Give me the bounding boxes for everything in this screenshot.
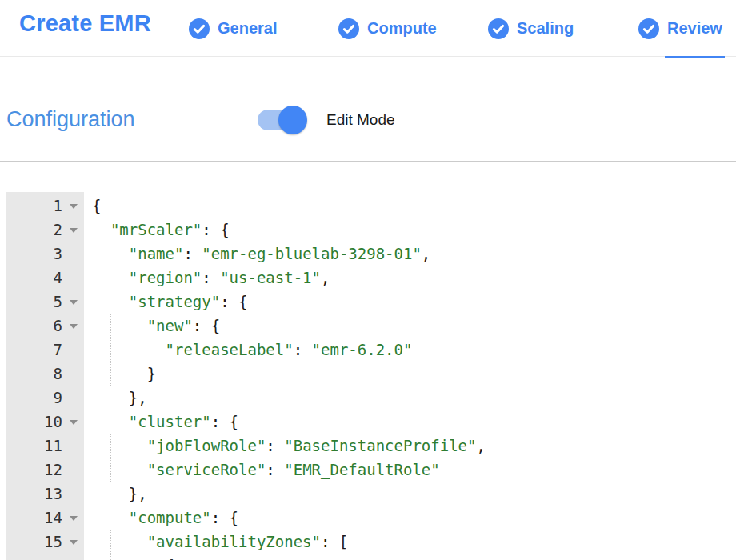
fold-widget-slot (62, 338, 84, 362)
fold-widget-slot (62, 410, 84, 434)
code-line[interactable]: 11 "jobFlowRole": "BaseInstanceProfile", (6, 434, 736, 458)
tab-review[interactable]: Review (638, 0, 722, 57)
line-number: 15 (6, 530, 62, 554)
code-text: "cluster": { (84, 410, 238, 434)
check-circle-icon (488, 18, 509, 39)
code-line[interactable]: 5 "strategy": { (6, 290, 736, 314)
code-line[interactable]: 6 "new": { (6, 314, 736, 338)
code-text: }, (84, 482, 147, 506)
line-number: 12 (6, 458, 62, 482)
code-line[interactable]: 12 "serviceRole": "EMR_DefaultRole" (6, 458, 736, 482)
json-editor[interactable]: 1{2 "mrScaler": {3 "name": "emr-eg-bluel… (6, 192, 736, 560)
code-text: "region": "us-east-1", (84, 266, 330, 290)
code-line[interactable]: 1{ (6, 194, 736, 218)
check-circle-icon (189, 18, 210, 39)
line-number: 16 (6, 554, 62, 560)
code-text: "compute": { (84, 506, 238, 530)
fold-widget-slot (62, 530, 84, 554)
fold-widget-slot (62, 266, 84, 290)
fold-collapse-arrow-icon[interactable] (70, 300, 78, 305)
code-text: "serviceRole": "EMR_DefaultRole" (84, 458, 440, 482)
page-title: Create EMR (19, 10, 151, 37)
code-line[interactable]: 2 "mrScaler": { (6, 218, 736, 242)
code-text: "releaseLabel": "emr-6.2.0" (84, 338, 412, 362)
code-text: "name": "emr-eg-bluelab-3298-01", (84, 242, 430, 266)
code-line[interactable]: 16 { (6, 554, 736, 560)
fold-widget-slot (62, 218, 84, 242)
fold-widget-slot (62, 458, 84, 482)
indent-guide (110, 530, 111, 554)
indent-guide (110, 554, 111, 560)
code-line[interactable]: 4 "region": "us-east-1", (6, 266, 736, 290)
line-number: 10 (6, 410, 62, 434)
check-circle-icon (338, 18, 359, 39)
line-number: 2 (6, 218, 62, 242)
code-line[interactable]: 9 }, (6, 386, 736, 410)
indent-guide (110, 362, 111, 386)
code-line[interactable]: 10 "cluster": { (6, 410, 736, 434)
line-number: 11 (6, 434, 62, 458)
indent-guide (110, 434, 111, 458)
code-line[interactable]: 15 "availabilityZones": [ (6, 530, 736, 554)
code-line[interactable]: 13 }, (6, 482, 736, 506)
line-number: 14 (6, 506, 62, 530)
edit-mode-toggle[interactable] (258, 110, 304, 130)
fold-widget-slot (62, 482, 84, 506)
tab-general[interactable]: General (189, 0, 277, 57)
fold-widget-slot (62, 386, 84, 410)
line-number: 6 (6, 314, 62, 338)
line-number: 5 (6, 290, 62, 314)
tab-label: Review (667, 19, 722, 38)
code-text: "strategy": { (84, 290, 247, 314)
fold-widget-slot (62, 290, 84, 314)
section-title-configuration: Configuration (6, 107, 135, 132)
fold-widget-slot (62, 434, 84, 458)
code-text: }, (84, 386, 147, 410)
check-circle-icon (638, 18, 659, 39)
line-number: 1 (6, 194, 62, 218)
create-emr-page: Create EMR General Compute Scaling (0, 0, 736, 560)
code-text: { (84, 554, 174, 560)
wizard-header: Create EMR General Compute Scaling (0, 0, 736, 57)
fold-widget-slot (62, 242, 84, 266)
edit-mode-label: Edit Mode (326, 111, 395, 129)
code-text: } (84, 362, 156, 386)
tab-label: General (218, 19, 277, 38)
code-text: { (84, 194, 101, 218)
code-text: "new": { (84, 314, 220, 338)
fold-collapse-arrow-icon[interactable] (70, 324, 78, 329)
code-lines: 1{2 "mrScaler": {3 "name": "emr-eg-bluel… (6, 194, 736, 560)
fold-collapse-arrow-icon[interactable] (70, 540, 78, 545)
fold-collapse-arrow-icon[interactable] (70, 228, 78, 233)
fold-widget-slot (62, 506, 84, 530)
code-text: "availabilityZones": [ (84, 530, 348, 554)
indent-guide (110, 338, 111, 362)
code-text: "mrScaler": { (84, 218, 230, 242)
tab-compute[interactable]: Compute (338, 0, 437, 57)
code-line[interactable]: 7 "releaseLabel": "emr-6.2.0" (6, 338, 736, 362)
line-number: 8 (6, 362, 62, 386)
code-text: "jobFlowRole": "BaseInstanceProfile", (84, 434, 486, 458)
line-number: 4 (6, 266, 62, 290)
fold-widget-slot (62, 362, 84, 386)
fold-widget-slot (62, 314, 84, 338)
indent-guide (110, 458, 111, 482)
line-number: 13 (6, 482, 62, 506)
indent-guide (110, 314, 111, 338)
section-divider (0, 161, 736, 162)
tab-label: Compute (367, 19, 437, 38)
line-number: 7 (6, 338, 62, 362)
code-line[interactable]: 8 } (6, 362, 736, 386)
code-line[interactable]: 3 "name": "emr-eg-bluelab-3298-01", (6, 242, 736, 266)
fold-widget-slot (62, 554, 84, 560)
fold-widget-slot (62, 194, 84, 218)
tab-scaling[interactable]: Scaling (488, 0, 574, 57)
fold-collapse-arrow-icon[interactable] (70, 204, 78, 209)
fold-collapse-arrow-icon[interactable] (70, 516, 78, 521)
line-number: 3 (6, 242, 62, 266)
tab-label: Scaling (517, 19, 574, 38)
fold-collapse-arrow-icon[interactable] (70, 420, 78, 425)
code-line[interactable]: 14 "compute": { (6, 506, 736, 530)
line-number: 9 (6, 386, 62, 410)
toggle-knob (278, 106, 307, 134)
